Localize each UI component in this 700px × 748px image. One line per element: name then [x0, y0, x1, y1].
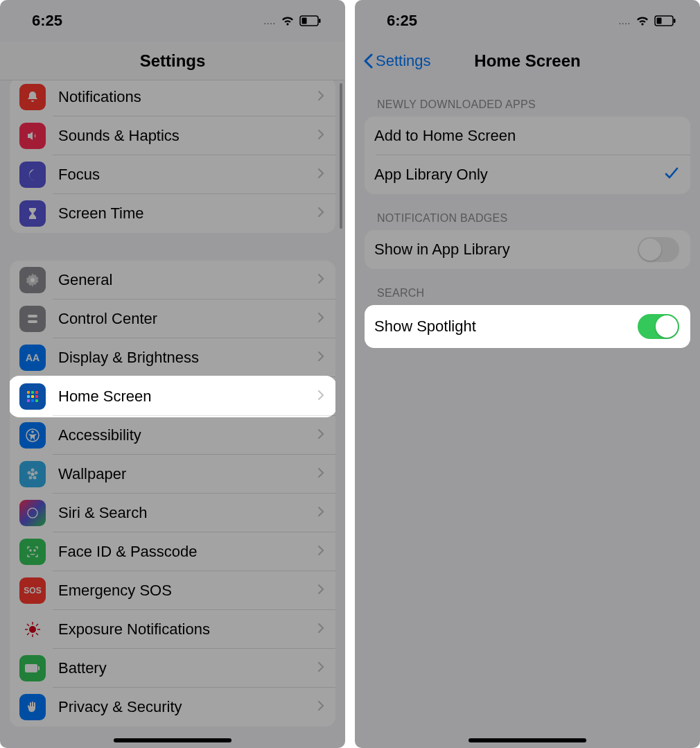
row-label: Battery	[58, 659, 317, 677]
row-wallpaper[interactable]: Wallpaper	[10, 455, 335, 494]
row-siri-search[interactable]: Siri & Search	[10, 494, 335, 532]
wifi-icon	[635, 15, 650, 26]
home-indicator[interactable]	[469, 738, 586, 742]
chevron-right-icon	[317, 273, 324, 287]
right-phone-frame: 6:25 .... Settings Home Screen NEWLY DOW…	[355, 0, 700, 748]
chevron-right-icon	[317, 90, 324, 104]
row-label: Control Center	[58, 310, 317, 328]
back-button[interactable]: Settings	[363, 52, 431, 70]
svg-rect-4	[28, 315, 37, 318]
row-label: Sounds & Haptics	[58, 127, 317, 145]
hand-icon	[19, 694, 46, 720]
checkmark-icon	[664, 166, 679, 184]
left-phone-frame: 6:25 .... Settings Notifications	[0, 0, 345, 748]
row-label: Screen Time	[58, 205, 317, 223]
toggle-show-spotlight[interactable]	[638, 314, 679, 339]
row-label: Home Screen	[58, 388, 317, 406]
hourglass-icon	[19, 200, 46, 227]
row-general[interactable]: General	[10, 261, 335, 299]
svg-point-16	[31, 430, 34, 433]
svg-rect-9	[27, 395, 30, 398]
section-header-notification-badges: NOTIFICATION BADGES	[365, 194, 690, 230]
text-size-icon: AA	[19, 345, 46, 371]
group-search: Show Spotlight	[365, 305, 690, 348]
gear-icon	[19, 267, 46, 293]
group-newly-downloaded: Add to Home Screen App Library Only	[365, 116, 690, 194]
home-screen-settings-content[interactable]: NEWLY DOWNLOADED APPS Add to Home Screen…	[355, 80, 700, 748]
svg-point-25	[34, 550, 35, 551]
battery-low-icon	[654, 15, 676, 26]
row-screen-time[interactable]: Screen Time	[10, 194, 335, 233]
toggle-show-in-app-library[interactable]	[638, 237, 679, 262]
row-privacy-security[interactable]: Privacy & Security	[10, 688, 335, 727]
back-label: Settings	[376, 52, 431, 70]
svg-rect-12	[27, 399, 30, 402]
row-accessibility[interactable]: Accessibility	[10, 416, 335, 455]
row-show-spotlight[interactable]: Show Spotlight	[365, 305, 690, 348]
svg-rect-8	[35, 391, 38, 394]
row-label: Notifications	[58, 88, 317, 106]
svg-rect-35	[25, 664, 37, 672]
row-app-library-only[interactable]: App Library Only	[365, 155, 690, 194]
status-indicators: ....	[263, 15, 322, 26]
row-show-in-app-library[interactable]: Show in App Library	[365, 230, 690, 269]
page-title: Home Screen	[474, 51, 580, 71]
chevron-right-icon	[317, 390, 324, 403]
row-label: General	[58, 271, 317, 289]
svg-line-32	[36, 633, 38, 635]
nav-bar: Settings Home Screen	[355, 42, 700, 80]
row-emergency-sos[interactable]: SOS Emergency SOS	[10, 571, 335, 610]
row-label: Privacy & Security	[58, 698, 317, 716]
chevron-right-icon	[317, 545, 324, 559]
svg-rect-39	[674, 19, 676, 23]
svg-rect-38	[657, 18, 662, 24]
row-control-center[interactable]: Control Center	[10, 299, 335, 338]
scrollbar[interactable]	[340, 83, 342, 229]
svg-point-22	[28, 471, 31, 475]
chevron-right-icon	[317, 467, 324, 481]
svg-point-24	[30, 550, 31, 551]
settings-scroll-content[interactable]: Notifications Sounds & Haptics Focus	[0, 80, 345, 748]
row-battery[interactable]: Battery	[10, 649, 335, 688]
speaker-icon	[19, 123, 46, 149]
row-label: Wallpaper	[58, 465, 317, 483]
home-indicator[interactable]	[114, 738, 231, 742]
svg-point-21	[29, 476, 33, 480]
svg-point-17	[31, 473, 35, 476]
chevron-right-icon	[317, 207, 324, 220]
chevron-right-icon	[317, 129, 324, 143]
svg-line-31	[27, 624, 29, 626]
svg-point-20	[33, 476, 37, 480]
sos-icon: SOS	[19, 577, 46, 604]
status-bar: 6:25 ....	[0, 0, 345, 42]
row-add-to-home-screen[interactable]: Add to Home Screen	[365, 116, 690, 155]
row-exposure-notifications[interactable]: Exposure Notifications	[10, 610, 335, 649]
svg-line-33	[27, 633, 29, 635]
settings-group-1: Notifications Sounds & Haptics Focus	[10, 80, 335, 233]
row-focus[interactable]: Focus	[10, 155, 335, 194]
battery-icon	[19, 655, 46, 681]
svg-rect-14	[35, 399, 38, 402]
row-home-screen[interactable]: Home Screen	[10, 377, 335, 416]
row-display-brightness[interactable]: AA Display & Brightness	[10, 338, 335, 377]
faceid-icon	[19, 539, 46, 565]
row-label: Emergency SOS	[58, 582, 317, 600]
row-sounds-haptics[interactable]: Sounds & Haptics	[10, 116, 335, 155]
flower-icon	[19, 461, 46, 487]
exposure-icon	[19, 616, 46, 643]
row-label: Exposure Notifications	[58, 620, 317, 638]
row-label: Display & Brightness	[58, 349, 317, 367]
row-label: Accessibility	[58, 426, 317, 444]
row-label: Add to Home Screen	[374, 127, 679, 145]
row-label: Show in App Library	[374, 241, 638, 259]
svg-point-23	[28, 508, 37, 518]
status-time: 6:25	[32, 12, 62, 30]
svg-rect-1	[302, 18, 307, 24]
row-notifications[interactable]: Notifications	[10, 80, 335, 116]
chevron-right-icon	[317, 661, 324, 675]
row-faceid-passcode[interactable]: Face ID & Passcode	[10, 532, 335, 571]
chevron-right-icon	[317, 584, 324, 598]
moon-icon	[19, 162, 46, 188]
cellular-dots-icon: ....	[263, 15, 276, 26]
chevron-right-icon	[317, 168, 324, 182]
